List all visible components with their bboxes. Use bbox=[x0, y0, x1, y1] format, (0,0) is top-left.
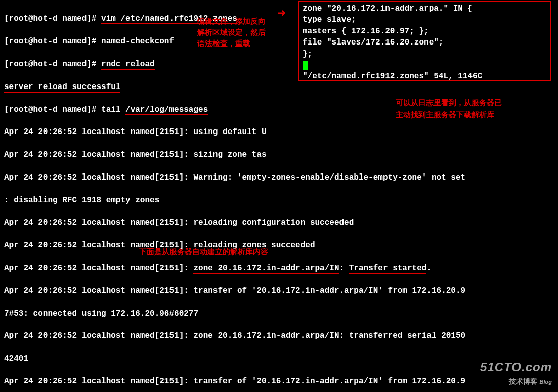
log-line: 42401 bbox=[4, 353, 554, 364]
zone-config-line: masters { 172.16.20.97; }; bbox=[303, 26, 547, 37]
log-line: 7#53: connected using 172.16.20.96#60277 bbox=[4, 308, 554, 319]
watermark-logo: 51CTO.com bbox=[480, 359, 552, 376]
vim-status: "/etc/named.rfc1912.zones" 54L, 1146C bbox=[303, 71, 547, 82]
vim-zone-overlay: zone "20.16.172.in-addr.arpa." IN { type… bbox=[298, 1, 551, 81]
log-line: Apr 24 20:26:52 localhost named[2151]: t… bbox=[4, 376, 554, 387]
zone-config-line: }; bbox=[303, 49, 547, 60]
log-line: Apr 24 20:26:52 localhost named[2151]: r… bbox=[4, 217, 554, 228]
annotation-zonefile: 下面是从服务器自动建立的解析库内容 bbox=[139, 247, 268, 258]
zone-config-line: zone "20.16.172.in-addr.arpa." IN { bbox=[303, 3, 547, 14]
line-reload: server reload successful bbox=[4, 81, 554, 93]
log-line: Apr 24 20:26:52 localhost named[2151]: u… bbox=[4, 126, 554, 138]
vim-cursor bbox=[303, 60, 547, 71]
zone-config-line: type slave; bbox=[303, 14, 547, 25]
watermark: 51CTO.com 技术博客 Blog bbox=[480, 359, 552, 387]
annotation-edit-file: 编辑文件，添加反向 解析区域设定，然后 语法检查，重载 bbox=[197, 17, 266, 50]
arrow-icon: ➜ bbox=[277, 4, 286, 24]
log-line: Apr 24 20:26:52 localhost named[2151]: z… bbox=[4, 330, 554, 341]
annotation-log: 可以从日志里看到，从服务器已 主动找到主服务器下载解析库 bbox=[396, 98, 502, 122]
zone-config-line: file "slaves/172.16.20.zone"; bbox=[303, 37, 547, 48]
log-line: Apr 24 20:26:52 localhost named[2151]: s… bbox=[4, 149, 554, 160]
log-line: Apr 24 20:26:52 localhost named[2151]: t… bbox=[4, 285, 554, 296]
log-line: Apr 24 20:26:52 localhost named[2151]: z… bbox=[4, 263, 554, 274]
log-line: Apr 24 20:26:52 localhost named[2151]: W… bbox=[4, 172, 554, 183]
log-line: Apr 24 20:26:52 localhost named[2151]: r… bbox=[4, 240, 554, 251]
log-line: : disabling RFC 1918 empty zones bbox=[4, 195, 554, 206]
